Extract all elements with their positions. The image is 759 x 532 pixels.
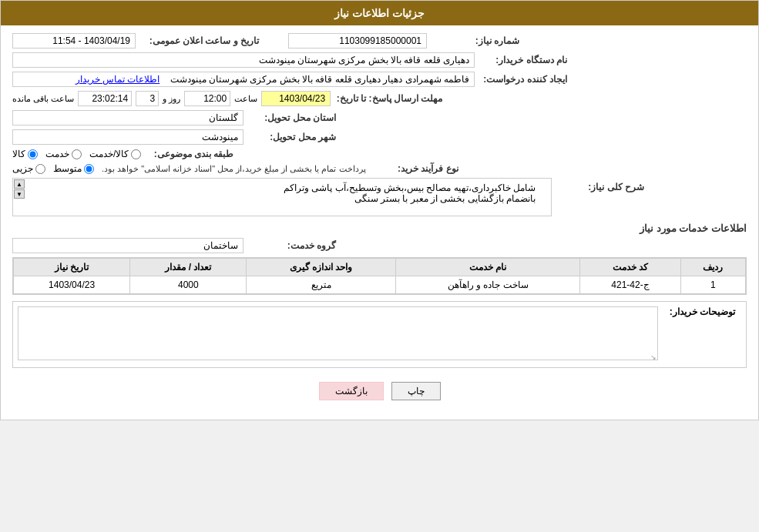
buttons-row: چاپ بازگشت bbox=[12, 374, 747, 412]
scroll-up-arrow[interactable]: ▲ bbox=[14, 179, 25, 189]
row-sharh: شرح کلی نیاز: شامل خاکبرداری،تهیه مصالح … bbox=[12, 178, 747, 216]
row-tabaghe: طبقه بندی موضوعی: کالا/خدمت خدمت کالا bbox=[12, 149, 747, 159]
toseeh-section: توضیحات خریدار: ↘ bbox=[12, 301, 747, 368]
label-mohlat-rooz: روز و bbox=[163, 94, 180, 104]
farayand-note: پرداخت تمام یا بخشی از مبلغ خرید،از محل … bbox=[102, 164, 366, 174]
resize-handle: ↘ bbox=[650, 353, 657, 361]
row-shahr: شهر محل تحویل: مینودشت bbox=[12, 129, 747, 145]
radio-jozvi[interactable] bbox=[35, 164, 45, 174]
page-header: جزئیات اطلاعات نیاز bbox=[1, 1, 758, 25]
radio-motovaset[interactable] bbox=[84, 164, 94, 174]
table-row: 1 ج-42-421 ساخت جاده و راهآهن متریع 4000… bbox=[14, 276, 746, 294]
radio-jozvi-label: جزیی bbox=[12, 163, 33, 174]
td-naam: ساخت جاده و راهآهن bbox=[395, 276, 579, 294]
value-tarikh: 1403/04/19 - 11:54 bbox=[12, 33, 136, 49]
radio-kalaKhedmat-label: کالا/خدمت bbox=[89, 149, 129, 159]
sharh-container: شامل خاکبرداری،تهیه مصالح بیس،بخش وتسطیح… bbox=[12, 178, 552, 216]
row-mohlat: مهلت ارسال پاسخ: تا تاریخ: 1403/04/23 سا… bbox=[12, 91, 747, 106]
section-title-khedmat: اطلاعات خدمات مورد نیاز bbox=[12, 223, 747, 234]
sharh-line2: بانضمام بازگشایی بخشی از معبر با بستر سن… bbox=[19, 193, 536, 204]
td-tarikh: 1403/04/23 bbox=[14, 276, 130, 294]
radio-motovaset-item[interactable]: متوسط bbox=[53, 163, 94, 174]
label-toseeh: توضیحات خریدار: bbox=[658, 306, 735, 317]
label-sharh: شرح کلی نیاز: bbox=[552, 182, 644, 192]
khedmat-table: ردیف کد خدمت نام خدمت واحد اندازه گیری ت… bbox=[13, 258, 746, 294]
th-naam: نام خدمت bbox=[395, 259, 579, 276]
row-namdastgah: نام دستگاه خریدار: دهیاری قلعه قافه بالا… bbox=[12, 52, 747, 68]
radio-kalaKhedmat[interactable] bbox=[131, 149, 141, 159]
sharh-text: شامل خاکبرداری،تهیه مصالح بیس،بخش وتسطیح… bbox=[12, 178, 552, 216]
toseeh-input-container: ↘ bbox=[18, 306, 658, 363]
row-ostan: استان محل تحویل: گلستان bbox=[12, 110, 747, 125]
label-shomare: شماره نیاز: bbox=[427, 35, 519, 46]
btn-print[interactable]: چاپ bbox=[391, 382, 441, 400]
value-shomare: 1103099185000001 bbox=[288, 33, 427, 49]
th-kod: کد خدمت bbox=[580, 259, 680, 276]
page-title: جزئیات اطلاعات نیاز bbox=[334, 7, 425, 19]
radio-jozvi-item[interactable]: جزیی bbox=[12, 163, 45, 174]
label-tabaghe: طبقه بندی موضوعی: bbox=[141, 149, 233, 159]
mohlat-fields: 1403/04/23 ساعت 12:00 روز و 3 23:02:14 س… bbox=[12, 91, 331, 106]
td-vahed: متریع bbox=[247, 276, 396, 294]
value-ijad: فاطمه شهمرادی دهیار دهیاری قلعه قافه بال… bbox=[170, 74, 469, 85]
label-group-khedmat: گروه خدمت: bbox=[243, 240, 336, 251]
value-group-khedmat: ساختمان bbox=[12, 238, 243, 253]
row-group-khedmat: گروه خدمت: ساختمان bbox=[12, 238, 747, 253]
sharh-line1: شامل خاکبرداری،تهیه مصالح بیس،بخش وتسطیح… bbox=[19, 182, 536, 193]
th-tedad: تعداد / مقدار bbox=[130, 259, 247, 276]
td-radif: 1 bbox=[680, 276, 745, 294]
radio-khedmat-item[interactable]: خدمت bbox=[45, 149, 82, 159]
scroll-controls: ▲ ▼ bbox=[14, 179, 25, 199]
value-ijad-container: فاطمه شهمرادی دهیار دهیاری قلعه قافه بال… bbox=[12, 72, 475, 87]
link-etela[interactable]: اطلاعات تماس خریدار bbox=[76, 74, 160, 85]
radio-kala-item[interactable]: کالا bbox=[12, 149, 38, 159]
value-shahr: مینودشت bbox=[12, 129, 243, 145]
main-content: شماره نیاز: 1103099185000001 تاریخ و ساع… bbox=[1, 25, 758, 420]
radio-kala[interactable] bbox=[28, 149, 38, 159]
value-mohlat-mande: 23:02:14 bbox=[78, 91, 132, 106]
td-tedad: 4000 bbox=[130, 276, 247, 294]
value-mohlat-date: 1403/04/23 bbox=[261, 91, 331, 106]
btn-back[interactable]: بازگشت bbox=[319, 382, 384, 400]
radio-motovaset-label: متوسط bbox=[53, 163, 82, 174]
value-ostan: گلستان bbox=[12, 110, 243, 125]
label-ostan: استان محل تحویل: bbox=[243, 112, 336, 123]
td-kod: ج-42-421 bbox=[580, 276, 680, 294]
th-vahed: واحد اندازه گیری bbox=[247, 259, 396, 276]
page-wrapper: جزئیات اطلاعات نیاز شماره نیاز: 11030991… bbox=[0, 0, 759, 420]
value-mohlat-saat: 12:00 bbox=[184, 91, 230, 106]
radio-khedmat-label: خدمت bbox=[45, 149, 69, 159]
label-ijad: ایجاد کننده درخواست: bbox=[475, 74, 567, 85]
tabaghe-radios: کالا/خدمت خدمت کالا bbox=[12, 149, 141, 159]
toseeh-textarea[interactable] bbox=[18, 306, 658, 360]
label-tarikh: تاریخ و ساعت اعلان عمومی: bbox=[136, 35, 259, 46]
radio-kala-label: کالا bbox=[12, 149, 25, 159]
th-radif: ردیف bbox=[680, 259, 745, 276]
khedmat-table-section: ردیف کد خدمت نام خدمت واحد اندازه گیری ت… bbox=[12, 257, 747, 295]
label-mohlat-saat: ساعت bbox=[234, 94, 257, 104]
scroll-down-arrow[interactable]: ▼ bbox=[14, 189, 25, 199]
row-farayand: نوع فرآیند خرید: پرداخت تمام یا بخشی از … bbox=[12, 163, 747, 174]
label-namdastgah: نام دستگاه خریدار: bbox=[475, 55, 567, 65]
label-farayand: نوع فرآیند خرید: bbox=[366, 163, 458, 174]
table-header-row: ردیف کد خدمت نام خدمت واحد اندازه گیری ت… bbox=[14, 259, 746, 276]
label-shahr: شهر محل تحویل: bbox=[243, 132, 336, 142]
label-mohlat-mande: ساعت باقی مانده bbox=[12, 94, 74, 104]
label-mohlat: مهلت ارسال پاسخ: تا تاریخ: bbox=[331, 93, 442, 104]
radio-khedmat[interactable] bbox=[72, 149, 82, 159]
radio-kalaKhedmat-item[interactable]: کالا/خدمت bbox=[89, 149, 141, 159]
value-mohlat-rooz: 3 bbox=[136, 91, 159, 106]
farayand-container: پرداخت تمام یا بخشی از مبلغ خرید،از محل … bbox=[12, 163, 366, 174]
th-tarikh: تاریخ نیاز bbox=[14, 259, 130, 276]
value-namdastgah: دهیاری قلعه قافه بالا بخش مرکزی شهرستان … bbox=[12, 52, 475, 68]
row-shomare-tarikh: شماره نیاز: 1103099185000001 تاریخ و ساع… bbox=[12, 33, 747, 49]
row-ijad: ایجاد کننده درخواست: فاطمه شهمرادی دهیار… bbox=[12, 72, 747, 87]
